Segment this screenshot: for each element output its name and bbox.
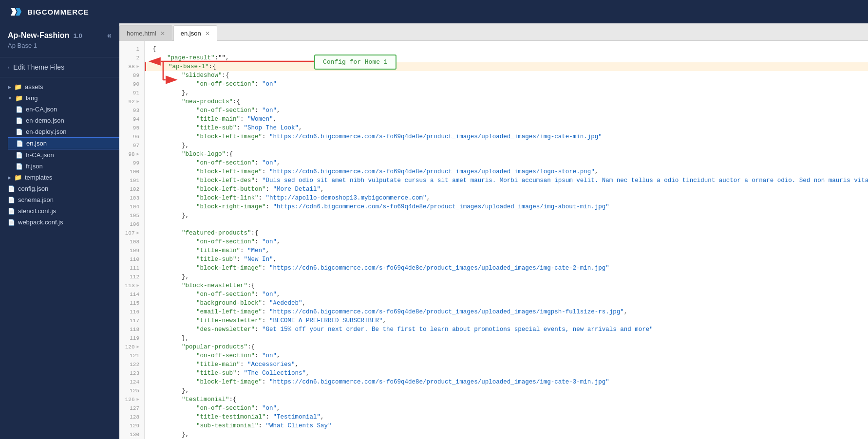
- expand-arrow-templates: ▶: [8, 175, 11, 180]
- line-number-125: 125: [119, 386, 144, 395]
- line-number-126: 126▶: [119, 395, 144, 404]
- line-number-1: 1: [119, 45, 144, 54]
- code-line-95: "title-sub": "Shop The Look",: [145, 124, 868, 132]
- tab-home-html-close[interactable]: ✕: [160, 31, 165, 37]
- file-icon-fr: 📄: [16, 163, 23, 170]
- theme-version: 1.0: [74, 32, 82, 39]
- code-line-115: "background-block": "#ededeb",: [145, 299, 868, 308]
- line-number-121: 121: [119, 351, 144, 360]
- tab-bar: home.html ✕ en.json ✕: [119, 23, 868, 41]
- line-number-112: 112: [119, 273, 144, 281]
- templates-label: templates: [25, 174, 52, 181]
- code-line-118: "des-newsletter": "Get 15% off your next…: [145, 325, 868, 334]
- sidebar-item-lang[interactable]: ▼ 📁 lang: [0, 92, 119, 104]
- tab-en-json[interactable]: en.json ✕: [173, 25, 217, 41]
- line-number-119: 119: [119, 334, 144, 343]
- line-number-127: 127: [119, 404, 144, 413]
- line-number-93: 93: [119, 106, 144, 115]
- code-line-110: "title-sub": "New In",: [145, 255, 868, 264]
- line-number-106: 106: [119, 220, 144, 229]
- code-line-102: "block-left-button": "More Detail",: [145, 185, 868, 194]
- expand-arrow-assets: ▶: [8, 85, 11, 90]
- annotation-box: Config for Home 1: [314, 55, 396, 70]
- code-line-113: "block-newsletter":{: [145, 281, 868, 290]
- line-numbers: 1288▶89909192▶939495969798▶9910010110210…: [119, 41, 145, 439]
- tab-home-html[interactable]: home.html ✕: [119, 25, 172, 41]
- file-icon-webpack: 📄: [8, 219, 15, 226]
- line-number-116: 116: [119, 308, 144, 316]
- line-number-124: 124: [119, 378, 144, 386]
- line-number-105: 105: [119, 211, 144, 220]
- edit-theme-label[interactable]: ‹ Edit Theme Files: [8, 63, 112, 71]
- sidebar-item-en-json[interactable]: 📄 en.json: [8, 137, 119, 149]
- code-line-94: "title-main": "Women",: [145, 115, 868, 124]
- line-number-120: 120▶: [119, 343, 144, 351]
- code-line-128: "title-testimonial": "Testimonial",: [145, 413, 868, 421]
- code-line-116: "email-left-image": "https://cdn6.bigcom…: [145, 308, 868, 316]
- code-line-127: "on-off-section": "on",: [145, 404, 868, 413]
- assets-label: assets: [25, 83, 43, 91]
- theme-base: Ap Base 1: [8, 42, 112, 49]
- code-line-123: "title-sub": "The Collections",: [145, 369, 868, 378]
- code-line-121: "on-off-section": "on",: [145, 351, 868, 360]
- sidebar-item-templates[interactable]: ▶ 📁 templates: [0, 172, 119, 183]
- line-number-103: 103: [119, 194, 144, 202]
- sidebar-item-schema-json[interactable]: 📄 schema.json: [0, 194, 119, 205]
- folder-icon-assets: 📁: [14, 83, 22, 91]
- line-number-95: 95: [119, 124, 144, 132]
- editor-area: home.html ✕ en.json ✕ Config for Home 1: [119, 23, 868, 439]
- code-line-99: "on-off-section": "on",: [145, 159, 868, 167]
- line-number-99: 99: [119, 159, 144, 167]
- line-number-98: 98▶: [119, 150, 144, 159]
- sidebar-item-assets[interactable]: ▶ 📁 assets: [0, 81, 119, 92]
- code-line-107: "featured-products":{: [145, 229, 868, 238]
- code-line-93: "on-off-section": "on",: [145, 106, 868, 115]
- line-number-109: 109: [119, 246, 144, 255]
- sidebar-item-stencil-conf[interactable]: 📄 stencil.conf.js: [0, 205, 119, 217]
- line-number-104: 104: [119, 202, 144, 211]
- code-line-119: },: [145, 334, 868, 343]
- webpack-conf-label: webpack.conf.js: [18, 219, 63, 226]
- code-line-126: "testimonial":{: [145, 395, 868, 404]
- sidebar-item-fr-json[interactable]: 📄 fr.json: [8, 161, 119, 172]
- code-line-89: "slideshow":{: [145, 71, 868, 80]
- edit-theme-section: ‹ Edit Theme Files: [0, 57, 119, 77]
- line-number-110: 110: [119, 255, 144, 264]
- line-number-118: 118: [119, 325, 144, 334]
- code-line-112: },: [145, 273, 868, 281]
- line-number-117: 117: [119, 316, 144, 325]
- sidebar-item-fr-ca-json[interactable]: 📄 fr-CA.json: [8, 149, 119, 161]
- code-line-108: "on-off-section": "on",: [145, 238, 868, 246]
- code-line-104: "block-right-image": "https://cdn6.bigco…: [145, 202, 868, 211]
- en-json-label: en.json: [26, 140, 47, 147]
- line-number-91: 91: [119, 89, 144, 97]
- folder-icon-templates: 📁: [14, 174, 22, 181]
- sidebar-item-en-demo-json[interactable]: 📄 en-demo.json: [8, 115, 119, 126]
- code-line-117: "title-newsletter": "BECOME A PREFERRED …: [145, 316, 868, 325]
- code-line-2: "page-result":"",: [145, 54, 868, 62]
- collapse-sidebar-button[interactable]: «: [107, 31, 112, 40]
- logo-text: BIGCOMMERCE: [27, 8, 89, 16]
- tab-en-json-close[interactable]: ✕: [205, 31, 210, 37]
- code-content[interactable]: { "page-result":"", "ap-base-1":{ "slide…: [145, 41, 868, 439]
- tab-home-html-label: home.html: [127, 30, 156, 37]
- line-number-102: 102: [119, 185, 144, 194]
- line-number-123: 123: [119, 369, 144, 378]
- sidebar-item-webpack-conf[interactable]: 📄 webpack.conf.js: [0, 217, 119, 228]
- en-deploy-json-label: en-deploy.json: [26, 128, 67, 135]
- code-line-106: [145, 220, 868, 229]
- theme-name-text: Ap-New-Fashion: [8, 31, 69, 39]
- config-json-label: config.json: [18, 185, 48, 192]
- code-line-114: "on-off-section": "on",: [145, 290, 868, 299]
- file-icon-en-deploy: 📄: [16, 128, 23, 135]
- sidebar-item-config-json[interactable]: 📄 config.json: [0, 183, 119, 194]
- file-tree: ▶ 📁 assets ▼ 📁 lang 📄 en-CA.json 📄 en-de…: [0, 77, 119, 232]
- line-number-130: 130: [119, 430, 144, 439]
- file-icon-en: 📄: [16, 140, 23, 147]
- sidebar-item-en-deploy-json[interactable]: 📄 en-deploy.json: [8, 126, 119, 137]
- sidebar-item-en-ca-json[interactable]: 📄 en-CA.json: [8, 104, 119, 115]
- code-line-1: {: [145, 45, 868, 54]
- en-demo-json-label: en-demo.json: [26, 117, 64, 124]
- file-icon-en-ca: 📄: [16, 106, 23, 113]
- code-line-105: },: [145, 211, 868, 220]
